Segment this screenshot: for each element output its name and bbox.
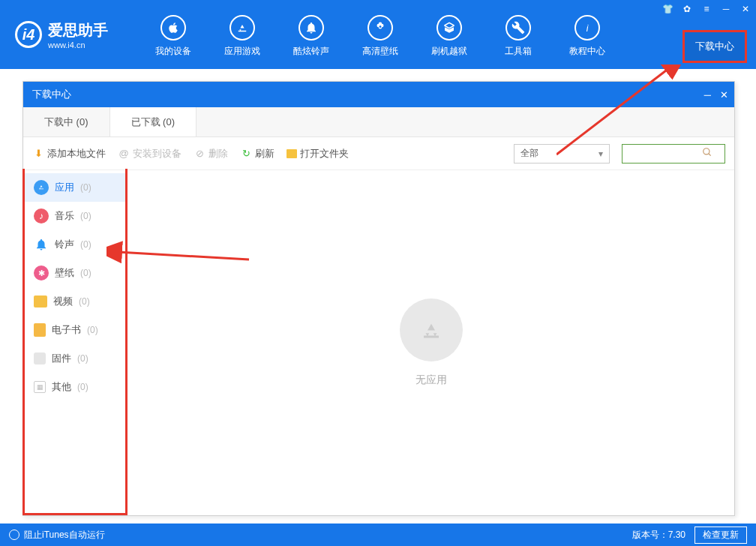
delete-icon: ⊘ <box>194 148 206 160</box>
empty-content: 无应用 <box>128 170 734 515</box>
nav-flash[interactable]: 刷机越狱 <box>415 12 484 58</box>
menu-icon[interactable]: ≡ <box>700 3 712 15</box>
tab-downloaded[interactable]: 已下载 (0) <box>110 106 197 136</box>
sidebar-item-apps[interactable]: 应用 (0) <box>25 173 125 202</box>
install-button: @ 安装到设备 <box>118 147 182 160</box>
wallpaper-icon: ✱ <box>34 266 49 280</box>
download-icon: ⬇ <box>32 148 44 160</box>
sidebar-item-ringtones[interactable]: 铃声 (0) <box>25 230 125 259</box>
main-nav: 我的设备 应用游戏 酷炫铃声 高清壁纸 刷机越狱 工具箱 i 教程中心 <box>139 12 622 58</box>
refresh-button[interactable]: ↻ 刷新 <box>240 147 274 160</box>
logo-block: i4 爱思助手 www.i4.cn <box>0 20 139 50</box>
sidebar-item-firmware[interactable]: 固件 (0) <box>25 344 125 373</box>
nav-label: 刷机越狱 <box>431 45 467 58</box>
empty-appstore-icon <box>400 298 463 362</box>
search-input[interactable] <box>627 148 702 159</box>
sidebar-item-other[interactable]: ▦ 其他 (0) <box>25 373 125 401</box>
shirt-icon[interactable]: 👕 <box>662 3 674 15</box>
sidebar-item-wallpapers[interactable]: ✱ 壁纸 (0) <box>25 259 125 287</box>
apple-icon <box>160 15 186 40</box>
minimize-icon[interactable]: ─ <box>720 3 732 15</box>
info-icon: i <box>574 15 600 40</box>
book-icon <box>34 323 46 337</box>
add-local-button[interactable]: ⬇ 添加本地文件 <box>32 147 106 160</box>
empty-text: 无应用 <box>416 374 447 387</box>
panel-tabs: 下载中 (0) 已下载 (0) <box>23 107 734 137</box>
svg-line-2 <box>709 154 711 156</box>
nav-wallpapers[interactable]: 高清壁纸 <box>346 12 415 58</box>
at-icon: @ <box>118 148 130 160</box>
nav-ringtones[interactable]: 酷炫铃声 <box>277 12 346 58</box>
nav-label: 我的设备 <box>155 45 191 58</box>
flower-icon <box>368 15 393 40</box>
nav-label: 高清壁纸 <box>362 45 398 58</box>
nav-label: 教程中心 <box>569 45 605 58</box>
nav-label: 工具箱 <box>505 45 532 58</box>
circle-icon <box>9 530 20 540</box>
close-icon[interactable]: ✕ <box>740 3 752 15</box>
folder-icon <box>286 149 297 158</box>
tab-downloading[interactable]: 下载中 (0) <box>23 107 110 136</box>
download-center-label: 下载中心 <box>695 40 734 53</box>
box-icon <box>436 15 462 40</box>
download-panel: 下载中心 ─ ✕ 下载中 (0) 已下载 (0) ⬇ 添加本地文件 @ 安装到设… <box>22 81 735 516</box>
panel-titlebar: 下载中心 ─ ✕ <box>23 82 734 107</box>
music-icon: ♪ <box>34 208 49 224</box>
svg-point-1 <box>704 148 710 154</box>
search-icon[interactable] <box>702 147 712 160</box>
appstore-icon <box>230 15 255 40</box>
version-label: 版本号：7.30 <box>632 529 686 542</box>
panel-toolbar: ⬇ 添加本地文件 @ 安装到设备 ⊘ 删除 ↻ 刷新 打开文件夹 全部 <box>23 137 734 170</box>
apps-icon <box>34 180 49 195</box>
nav-my-device[interactable]: 我的设备 <box>139 12 208 58</box>
delete-button: ⊘ 删除 <box>194 147 228 160</box>
itunes-block-label[interactable]: 阻止iTunes自动运行 <box>24 529 105 542</box>
video-icon <box>34 296 47 308</box>
download-center-button[interactable]: 下载中心 <box>682 30 747 63</box>
panel-minimize-icon[interactable]: ─ <box>704 89 711 100</box>
sidebar-item-music[interactable]: ♪ 音乐 (0) <box>25 202 125 230</box>
sidebar-item-ebooks[interactable]: 电子书 (0) <box>25 316 125 344</box>
logo-icon: i4 <box>15 21 42 48</box>
nav-label: 酷炫铃声 <box>293 45 329 58</box>
nav-label: 应用游戏 <box>224 45 260 58</box>
open-folder-button[interactable]: 打开文件夹 <box>286 147 349 160</box>
other-icon: ▦ <box>34 381 46 393</box>
panel-close-icon[interactable]: ✕ <box>720 89 728 100</box>
bell-small-icon <box>34 237 49 252</box>
filter-select[interactable]: 全部 <box>514 144 610 164</box>
bell-icon <box>298 15 324 40</box>
nav-apps[interactable]: 应用游戏 <box>208 12 277 58</box>
firmware-icon <box>34 352 46 364</box>
check-update-button[interactable]: 检查更新 <box>694 526 747 544</box>
window-controls: 👕 ✿ ≡ ─ ✕ <box>662 3 752 15</box>
logo-title: 爱思助手 <box>48 20 108 40</box>
search-box[interactable] <box>622 144 725 164</box>
logo-subtitle: www.i4.cn <box>48 40 108 50</box>
nav-tutorials[interactable]: i 教程中心 <box>553 12 622 58</box>
nav-toolbox[interactable]: 工具箱 <box>484 12 553 58</box>
app-header: i4 爱思助手 www.i4.cn 我的设备 应用游戏 酷炫铃声 高清壁纸 刷机… <box>0 0 756 69</box>
sidebar-item-videos[interactable]: 视频 (0) <box>25 287 125 316</box>
svg-text:i: i <box>586 22 589 33</box>
status-bar: 阻止iTunes自动运行 版本号：7.30 检查更新 <box>0 524 756 546</box>
panel-title-text: 下载中心 <box>32 88 71 101</box>
refresh-icon: ↻ <box>240 148 252 160</box>
category-sidebar: 应用 (0) ♪ 音乐 (0) 铃声 (0) ✱ 壁纸 (0) 视频 (0) <box>22 169 128 515</box>
gear-icon[interactable]: ✿ <box>681 3 693 15</box>
tools-icon <box>506 15 531 40</box>
